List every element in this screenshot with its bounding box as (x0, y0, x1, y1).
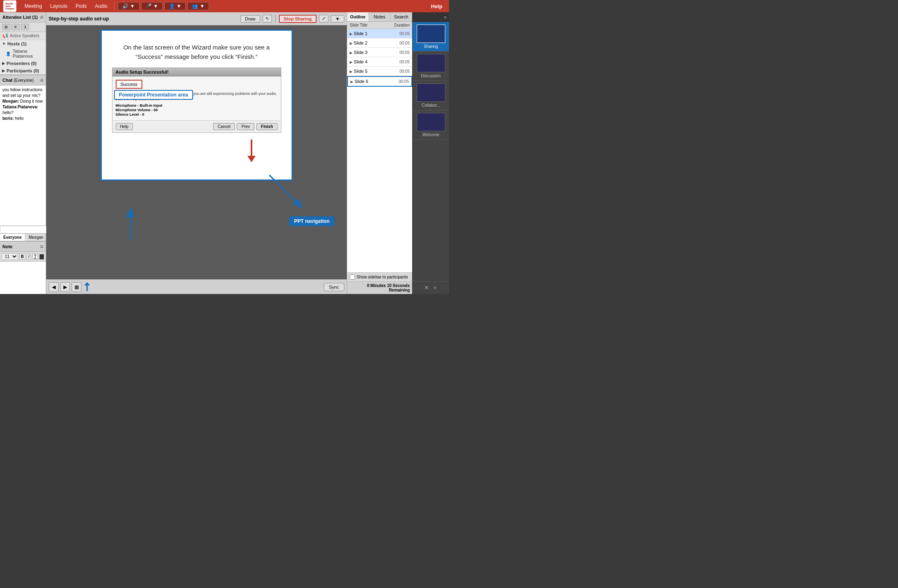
next-slide-btn[interactable]: ▶ (60, 282, 70, 292)
participants-group[interactable]: ▶ Participants (0) (0, 67, 46, 74)
sidebar-checkbox[interactable] (350, 274, 355, 280)
slide-4-arrow: ▶ (350, 60, 352, 64)
menu-meeting[interactable]: Meeting (21, 2, 45, 10)
slide-2-name: Slide 2 (354, 40, 368, 45)
nav-arrow-indicator (83, 282, 91, 292)
dialog-mic: Microphone - Built-in Input (116, 103, 278, 108)
sidebar-checkbox-label[interactable]: Show sidebar to participants (350, 274, 410, 280)
slide-2-duration: 00:05 (400, 41, 410, 45)
dialog-finish-btn[interactable]: Finish (256, 123, 277, 130)
sidebar-item-collaboration[interactable]: Collabor... (413, 81, 449, 110)
expand-btn[interactable]: ⤢ (319, 15, 328, 22)
slide-row-1[interactable]: ▶Slide 1 00:05 (347, 29, 412, 38)
hosts-group[interactable]: ▼ Hosts (1) (0, 40, 46, 47)
audio-dialog-footer: Help Cancel Prev Finish (112, 120, 281, 132)
chat-menu-icon[interactable]: ≡ (40, 77, 43, 83)
success-box: Success (116, 80, 143, 89)
more-btn[interactable]: ▼ (331, 15, 344, 22)
note-textarea[interactable] (0, 262, 46, 294)
main-layout: Attendee List (1) ≡ ⊞ ✕ ℹ 📢 Active Speak… (0, 12, 449, 294)
menu-audio[interactable]: Audio (92, 2, 111, 10)
sidebar-collapse-icon[interactable]: ≡ (444, 15, 447, 20)
slide-row-2[interactable]: ▶Slide 2 00:05 (347, 38, 412, 48)
sharing-thumb (417, 25, 445, 43)
stop-sharing-button[interactable]: Stop Sharing (279, 15, 317, 23)
active-speakers-label: Active Speakers (10, 34, 39, 38)
sidebar-plus-icon[interactable]: ＋ (432, 284, 438, 292)
left-panel: Attendee List (1) ≡ ⊞ ✕ ℹ 📢 Active Speak… (0, 12, 46, 294)
attendee-section: Attendee List (1) ≡ ⊞ ✕ ℹ 📢 Active Speak… (0, 12, 46, 74)
chat-message-1: you follow instructions and set up your … (2, 87, 43, 99)
draw-button[interactable]: Draw (240, 15, 260, 22)
toolbar-sep (275, 15, 276, 23)
participants-label: Participants (0) (7, 68, 39, 73)
chat-input-row: 💬 (0, 225, 46, 233)
participants-arrow-icon: ▶ (2, 69, 5, 73)
help-label[interactable]: Help (428, 3, 446, 9)
red-arrow-annotation (247, 139, 256, 162)
italic-btn[interactable]: I (27, 254, 31, 260)
sidebar-item-welcome[interactable]: Welcome (413, 110, 449, 140)
chat-tab-meegan[interactable]: Meegan (25, 234, 47, 241)
chat-tab-everyone[interactable]: Everyone (0, 234, 25, 241)
slide-6-arrow: ▶ (350, 80, 353, 84)
presenters-group[interactable]: ▶ Presenters (0) (0, 60, 46, 67)
attendee-menu-icon[interactable]: ≡ (40, 14, 43, 20)
bold-btn[interactable]: B (19, 254, 25, 260)
menu-bar: PacificUnivOregon Meeting Layouts Pods A… (0, 0, 449, 12)
slide-container: On the last screen of the Wizard make su… (101, 29, 293, 181)
pointer-btn[interactable]: ↖ (263, 15, 272, 22)
sidebar-minus-icon[interactable]: ✕ (424, 284, 429, 292)
camera-btn[interactable]: 👤 ▼ (164, 2, 186, 10)
prev-slide-btn[interactable]: ◀ (49, 282, 58, 292)
ppt-col-headers: Slide Title Duration (347, 22, 412, 29)
right-sidebar: ≡ Sharing Discussion Collabor... Welcome… (412, 12, 449, 294)
ppt-timer: 0 Minutes 10 Seconds Remaining (347, 281, 412, 294)
font-size-select[interactable]: 11 (2, 253, 18, 260)
underline-btn[interactable]: T (32, 254, 38, 260)
ppt-panel-header: Outline Notes Search (347, 12, 412, 22)
slide-3-duration: 00:05 (400, 50, 410, 55)
dialog-cancel-btn[interactable]: Cancel (213, 123, 235, 130)
note-title: Note (2, 244, 12, 249)
sync-btn[interactable]: Sync (324, 283, 344, 291)
discussion-thumb (417, 54, 445, 72)
slide-row-3[interactable]: ▶Slide 3 00:05 (347, 48, 412, 57)
chat-title: Chat (Everyone) (2, 78, 34, 83)
attendee-header: Attendee List (1) ≡ (0, 12, 46, 22)
sidebar-welcome-label: Welcome (422, 132, 440, 137)
ppt-tab-outline[interactable]: Outline (347, 12, 369, 21)
participants-btn[interactable]: 👥 ▼ (187, 2, 209, 10)
slide-view-btn[interactable]: ▦ (72, 282, 81, 292)
dialog-help-btn[interactable]: Help (116, 123, 133, 130)
attendee-grid-btn[interactable]: ⊞ (2, 24, 10, 30)
chat-messages: you follow instructions and set up your … (0, 85, 46, 225)
mic-btn[interactable]: 🎤 ▼ (141, 2, 163, 10)
presenters-arrow-icon: ▶ (2, 61, 5, 65)
slide-2-arrow: ▶ (350, 41, 352, 45)
color-btn[interactable] (39, 254, 44, 260)
app-logo: PacificUnivOregon (3, 0, 16, 12)
slide-row-5[interactable]: ▶Slide 5 00:05 (347, 67, 412, 76)
ppt-tab-notes[interactable]: Notes (369, 12, 391, 21)
audio-btn[interactable]: 🔊 ▼ (118, 2, 139, 10)
menu-layouts[interactable]: Layouts (47, 2, 71, 10)
col-slide-title: Slide Title (350, 23, 367, 27)
sidebar-item-sharing[interactable]: Sharing (413, 22, 449, 52)
attendee-remove-btn[interactable]: ✕ (11, 24, 20, 30)
chat-message-4: boris: hello (2, 116, 43, 121)
dialog-prev-btn[interactable]: Prev (237, 123, 254, 130)
menu-pods[interactable]: Pods (72, 2, 90, 10)
slide-4-duration: 00:05 (400, 60, 410, 64)
slide-row-4[interactable]: ▶Slide 4 00:05 (347, 57, 412, 67)
note-menu-icon[interactable]: ≡ (40, 243, 43, 250)
sidebar-item-discussion[interactable]: Discussion (413, 52, 449, 81)
attendee-info-btn[interactable]: ℹ (21, 24, 29, 30)
slide-row-6[interactable]: ▶Slide 6 00:05 (347, 76, 412, 87)
chat-message-3: Tatiana Piatanova: hello? (2, 104, 43, 116)
chat-header: Chat (Everyone) ≡ (0, 75, 46, 85)
ppt-navigation-label: PPT navigation (289, 216, 335, 226)
ppt-tab-search[interactable]: Search (391, 12, 412, 21)
host-name: Tatiana Piatanova (13, 49, 43, 58)
sharing-title: Step-by-step audio set-up (49, 16, 238, 22)
